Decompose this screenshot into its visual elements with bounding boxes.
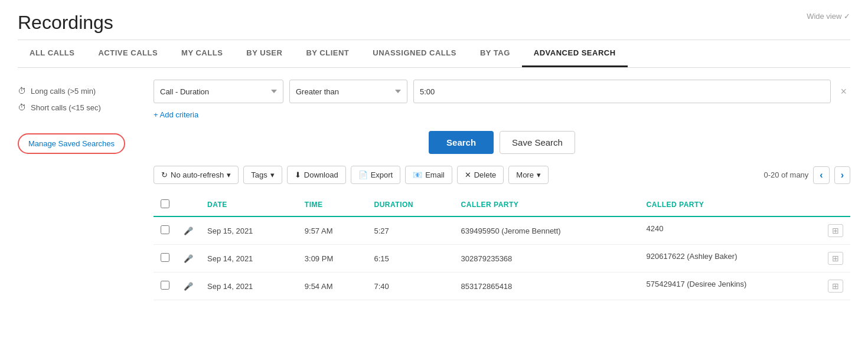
toolbar: ↻ No auto-refresh ▾ Tags ▾ ⬇ Download 📄 … <box>154 166 850 184</box>
more-chevron-icon: ▾ <box>537 170 541 179</box>
mic-header <box>177 193 200 216</box>
select-all-checkbox[interactable] <box>161 199 169 208</box>
row-checkbox-cell[interactable] <box>154 273 177 300</box>
expand-row-button[interactable]: ⊞ <box>828 224 843 237</box>
row-caller-party: 853172865418 <box>454 273 639 300</box>
more-button[interactable]: More ▾ <box>508 166 549 184</box>
row-date: Sep 15, 2021 <box>200 216 298 245</box>
delete-label: Delete <box>474 170 497 179</box>
select-all-header[interactable] <box>154 193 177 216</box>
sidebar-item-long-calls[interactable]: ⏱ Long calls (>5 min) <box>18 83 136 99</box>
more-label: More <box>516 170 534 179</box>
remove-criteria-button[interactable]: × <box>837 86 850 98</box>
search-button[interactable]: Search <box>429 131 494 154</box>
save-search-button[interactable]: Save Search <box>500 131 575 154</box>
tab-by-client[interactable]: BY CLIENT <box>294 40 361 67</box>
tab-active-calls[interactable]: ACTIVE CALLS <box>86 40 169 67</box>
row-date: Sep 14, 2021 <box>200 273 298 300</box>
row-date: Sep 14, 2021 <box>200 245 298 273</box>
row-checkbox-1[interactable] <box>161 253 169 262</box>
email-button[interactable]: 📧 Email <box>405 166 452 184</box>
page-title: Recordings <box>18 12 113 34</box>
tab-advanced-search[interactable]: ADVANCED SEARCH <box>522 40 628 67</box>
date-header[interactable]: DATE <box>200 193 298 216</box>
mic-cell: 🎤 <box>177 245 200 273</box>
email-icon: 📧 <box>413 170 422 179</box>
delete-icon: ✕ <box>465 170 471 179</box>
mic-cell: 🎤 <box>177 216 200 245</box>
pagination-label: 0-20 of many <box>763 170 808 179</box>
sidebar: ⏱ Long calls (>5 min) ⏱ Short calls (<15… <box>18 80 136 300</box>
tab-by-tag[interactable]: BY TAG <box>468 40 522 67</box>
download-button[interactable]: ⬇ Download <box>287 166 346 184</box>
row-checkbox-cell[interactable] <box>154 216 177 245</box>
search-actions: Search Save Search <box>154 131 850 154</box>
row-duration: 6:15 <box>367 245 454 273</box>
tags-label: Tags <box>251 170 267 179</box>
tags-button[interactable]: Tags ▾ <box>243 166 282 184</box>
recordings-table: DATE TIME DURATION CALLER PARTY CALLED P… <box>154 193 850 300</box>
sidebar-item-short-calls-label: Short calls (<15 sec) <box>31 103 101 112</box>
row-called-party: 575429417 (Desiree Jenkins) ⊞ <box>639 273 850 300</box>
download-icon: ⬇ <box>295 170 301 179</box>
table-row: 🎤 Sep 15, 2021 9:57 AM 5:27 639495950 (J… <box>154 216 850 245</box>
auto-refresh-chevron-icon: ▾ <box>227 170 231 179</box>
search-area: Call - Duration Call - Date Call - Direc… <box>154 80 850 300</box>
refresh-icon: ↻ <box>161 170 168 179</box>
row-time: 9:54 AM <box>298 273 367 300</box>
criteria-operator-select[interactable]: Greater than Less than Equal to Between <box>289 80 407 103</box>
row-checkbox-cell[interactable] <box>154 245 177 273</box>
criteria-field-select[interactable]: Call - Duration Call - Date Call - Direc… <box>154 80 283 103</box>
download-label: Download <box>304 170 338 179</box>
auto-refresh-label: No auto-refresh <box>171 170 224 179</box>
pagination: 0-20 of many ‹ › <box>763 166 850 184</box>
time-header[interactable]: TIME <box>298 193 367 216</box>
tab-by-user[interactable]: BY USER <box>234 40 294 67</box>
row-checkbox-0[interactable] <box>161 225 169 234</box>
row-time: 3:09 PM <box>298 245 367 273</box>
criteria-row: Call - Duration Call - Date Call - Direc… <box>154 80 850 103</box>
hourglass-icon-2: ⏱ <box>18 103 26 112</box>
expand-row-button[interactable]: ⊞ <box>828 280 843 293</box>
row-duration: 5:27 <box>367 216 454 245</box>
wide-view-link[interactable]: Wide view ✓ <box>807 12 850 21</box>
duration-header[interactable]: DURATION <box>367 193 454 216</box>
prev-page-button[interactable]: ‹ <box>813 166 829 184</box>
delete-button[interactable]: ✕ Delete <box>457 166 504 184</box>
auto-refresh-button[interactable]: ↻ No auto-refresh ▾ <box>154 166 239 184</box>
add-criteria-link[interactable]: + Add criteria <box>154 110 850 119</box>
next-page-button[interactable]: › <box>834 166 850 184</box>
export-icon: 📄 <box>358 170 368 179</box>
email-label: Email <box>425 170 445 179</box>
manage-saved-searches-link[interactable]: Manage Saved Searches <box>18 133 125 154</box>
row-caller-party: 302879235368 <box>454 245 639 273</box>
tab-unassigned-calls[interactable]: UNASSIGNED CALLS <box>361 40 468 67</box>
tab-my-calls[interactable]: MY CALLS <box>169 40 234 67</box>
criteria-value-input[interactable] <box>413 80 831 103</box>
table-row: 🎤 Sep 14, 2021 3:09 PM 6:15 302879235368… <box>154 245 850 273</box>
mic-cell: 🎤 <box>177 273 200 300</box>
expand-row-button[interactable]: ⊞ <box>828 252 843 265</box>
sidebar-item-long-calls-label: Long calls (>5 min) <box>31 87 96 96</box>
row-called-party: 920617622 (Ashley Baker) ⊞ <box>639 245 850 273</box>
row-duration: 7:40 <box>367 273 454 300</box>
export-label: Export <box>371 170 393 179</box>
caller-party-header[interactable]: CALLER PARTY <box>454 193 639 216</box>
tab-bar: ALL CALLSACTIVE CALLSMY CALLSBY USERBY C… <box>18 40 850 68</box>
tags-chevron-icon: ▾ <box>270 170 275 179</box>
row-time: 9:57 AM <box>298 216 367 245</box>
called-party-header[interactable]: CALLED PARTY <box>639 193 850 216</box>
tab-all-calls[interactable]: ALL CALLS <box>18 40 86 67</box>
table-row: 🎤 Sep 14, 2021 9:54 AM 7:40 853172865418… <box>154 273 850 300</box>
hourglass-icon: ⏱ <box>18 86 26 96</box>
row-called-party: 4240 ⊞ <box>639 216 850 245</box>
sidebar-item-short-calls[interactable]: ⏱ Short calls (<15 sec) <box>18 99 136 116</box>
export-button[interactable]: 📄 Export <box>351 166 401 184</box>
row-caller-party: 639495950 (Jerome Bennett) <box>454 216 639 245</box>
row-checkbox-2[interactable] <box>161 281 169 290</box>
